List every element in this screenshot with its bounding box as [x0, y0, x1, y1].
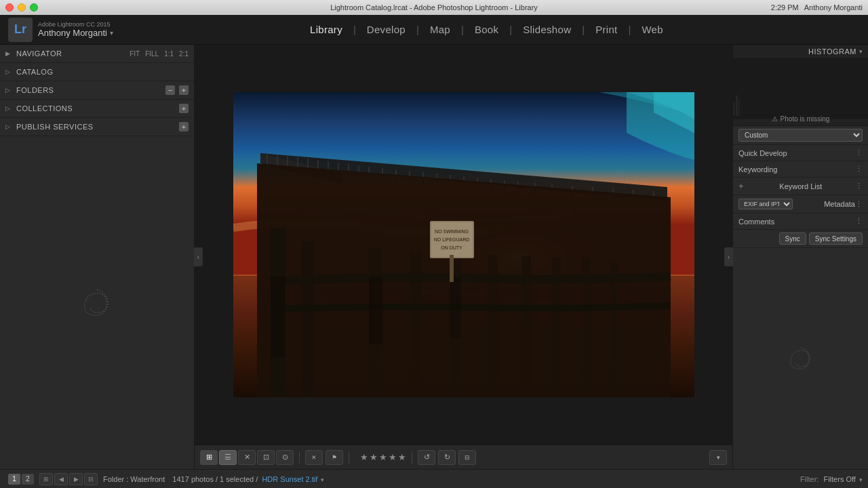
nav-library[interactable]: Library — [299, 21, 353, 38]
info-overlay-button[interactable]: ⊟ — [458, 450, 476, 465]
thumbnail-icon[interactable]: ⊟ — [84, 473, 98, 485]
bottom-bar: 1 2 ⊞ ◀ ▶ ⊟ Folder : Waterfront 1417 pho… — [0, 469, 868, 488]
catalog-header[interactable]: ▷ Catalog — [0, 63, 194, 81]
keyword-list-controls[interactable]: ⋮ — [855, 182, 863, 190]
svg-rect-52 — [450, 255, 454, 282]
folders-section: ▷ Folders − + — [0, 81, 194, 100]
preset-select[interactable]: Custom — [738, 129, 863, 142]
navigator-arrow-icon: ▶ — [5, 50, 12, 57]
keyword-list-plus[interactable]: + — [738, 181, 744, 191]
svg-rect-57 — [741, 106, 743, 116]
zoom-fill[interactable]: FILL — [145, 50, 159, 58]
close-button[interactable] — [5, 3, 14, 12]
people-view-button[interactable]: ⊙ — [276, 450, 294, 465]
grid-view-button[interactable]: ⊞ — [200, 450, 218, 465]
page-1[interactable]: 1 — [8, 474, 20, 485]
quick-develop-section[interactable]: Quick Develop ⋮ — [733, 145, 868, 161]
svg-text:NO LIFEGUARD: NO LIFEGUARD — [433, 237, 469, 242]
publish-services-title: Publish Services — [16, 123, 179, 131]
toolbar-separator-1 — [299, 451, 300, 464]
toolbar-separator-3 — [412, 451, 412, 464]
toolbar-expand-button[interactable]: ▾ — [709, 450, 727, 465]
photo-count: 1417 photos / 1 selected / — [172, 475, 258, 483]
nav-map[interactable]: Map — [419, 21, 461, 38]
nav-next-button[interactable]: ▶ — [69, 473, 83, 485]
zoom-fit[interactable]: FIT — [130, 50, 140, 58]
sync-settings-button[interactable]: Sync Settings — [809, 232, 863, 245]
folders-minus-button[interactable]: − — [165, 85, 175, 95]
star-rating[interactable]: ★ ★ ★ ★ ★ — [360, 452, 406, 462]
rotate-ccw-button[interactable]: ↺ — [418, 450, 435, 465]
main-image-area[interactable]: NO SWIMMING NO LIFEGUARD ON DUTY — [195, 45, 732, 445]
quick-develop-icon[interactable]: ⋮ — [855, 148, 863, 157]
page-tabs[interactable]: 1 2 — [8, 474, 34, 485]
histogram-header[interactable]: Histogram ▾ — [803, 45, 868, 58]
nav-book[interactable]: Book — [464, 21, 509, 38]
left-panel-collapse[interactable]: ‹ — [194, 247, 203, 267]
flag-button[interactable]: ⚑ — [326, 450, 343, 465]
folders-arrow-icon: ▷ — [5, 87, 12, 94]
zoom-options[interactable]: FIT FILL 1:1 2:1 — [130, 50, 189, 58]
zoom-1-1[interactable]: 1:1 — [164, 50, 174, 58]
publish-controls[interactable]: + — [179, 122, 189, 131]
keyword-list-icon[interactable]: ⋮ — [855, 182, 863, 190]
folders-header[interactable]: ▷ Folders − + — [0, 81, 194, 99]
svg-rect-53 — [733, 62, 868, 116]
view-mode-buttons[interactable]: ⊞ ☰ ✕ ⊡ ⊙ — [200, 450, 294, 465]
sync-button[interactable]: Sync — [779, 232, 806, 245]
collections-controls[interactable]: + — [179, 104, 189, 113]
nav-develop[interactable]: Develop — [356, 21, 416, 38]
keywording-controls[interactable]: ⋮ — [855, 165, 863, 174]
svg-rect-55 — [736, 96, 738, 116]
star-2[interactable]: ★ — [370, 452, 378, 462]
right-panel-collapse[interactable]: › — [724, 247, 733, 267]
metadata-icon[interactable]: ⋮ — [855, 200, 863, 209]
filter-dropdown-icon[interactable]: ▾ — [859, 476, 863, 483]
metadata-section[interactable]: EXIF and IPTC Metadata ⋮ — [733, 195, 868, 214]
maximize-button[interactable] — [30, 3, 38, 12]
comments-section[interactable]: Comments ⋮ — [733, 214, 868, 230]
folders-plus-button[interactable]: + — [179, 85, 189, 95]
nav-prev-button[interactable]: ◀ — [54, 473, 68, 485]
title-bar: Lightroom Catalog.lrcat - Adobe Photosho… — [0, 0, 868, 15]
star-4[interactable]: ★ — [389, 452, 397, 462]
nav-web[interactable]: Web — [631, 21, 673, 38]
rotate-cw-button[interactable]: ↻ — [438, 450, 456, 465]
metadata-preset-select[interactable]: EXIF and IPTC — [738, 199, 793, 209]
keywording-icon[interactable]: ⋮ — [855, 165, 863, 174]
filmstrip-view-buttons[interactable]: ⊞ ◀ ▶ ⊟ — [39, 473, 98, 485]
window-controls[interactable] — [5, 3, 38, 12]
keywording-section[interactable]: Keywording ⋮ — [733, 161, 868, 178]
image-toolbar: ⊞ ☰ ✕ ⊡ ⊙ ✕ ⚑ ★ ★ ★ ★ ★ ↺ ↻ ⊟ ▾ — [195, 445, 732, 469]
quick-develop-controls[interactable]: ⋮ — [855, 148, 863, 157]
publish-plus-button[interactable]: + — [179, 122, 189, 131]
publish-services-header[interactable]: ▷ Publish Services + — [0, 118, 194, 136]
user-name-label: Anthony Morganti ▾ — [38, 28, 113, 38]
collections-plus-button[interactable]: + — [179, 104, 189, 113]
keyword-list-section[interactable]: + Keyword List ⋮ — [733, 178, 868, 195]
minimize-button[interactable] — [18, 3, 26, 12]
collections-header[interactable]: ▷ Collections + — [0, 100, 194, 117]
survey-view-button[interactable]: ⊡ — [257, 450, 275, 465]
file-dropdown-icon[interactable]: ▾ — [321, 476, 324, 483]
reject-flag-button[interactable]: ✕ — [305, 450, 323, 465]
comments-icon[interactable]: ⋮ — [855, 217, 863, 226]
user-name-text: Anthony Morganti — [38, 28, 107, 38]
grid-icon[interactable]: ⊞ — [39, 473, 53, 485]
star-5[interactable]: ★ — [398, 452, 406, 462]
catalog-title: Catalog — [16, 68, 189, 76]
page-2[interactable]: 2 — [22, 474, 34, 485]
comments-controls[interactable]: ⋮ — [855, 217, 863, 226]
histogram-dropdown-icon[interactable]: ▾ — [859, 48, 863, 55]
nav-print[interactable]: Print — [585, 21, 628, 38]
star-1[interactable]: ★ — [360, 452, 368, 462]
loupe-view-button[interactable]: ☰ — [219, 450, 237, 465]
metadata-controls[interactable]: ⋮ — [855, 200, 863, 209]
folders-controls[interactable]: − + — [165, 85, 189, 95]
star-3[interactable]: ★ — [379, 452, 387, 462]
lr-logo: Lr — [8, 18, 33, 42]
compare-view-button[interactable]: ✕ — [238, 450, 256, 465]
navigator-header[interactable]: ▶ Navigator FIT FILL 1:1 2:1 — [0, 45, 194, 62]
nav-slideshow[interactable]: Slideshow — [512, 21, 582, 38]
zoom-2-1[interactable]: 2:1 — [179, 50, 189, 58]
